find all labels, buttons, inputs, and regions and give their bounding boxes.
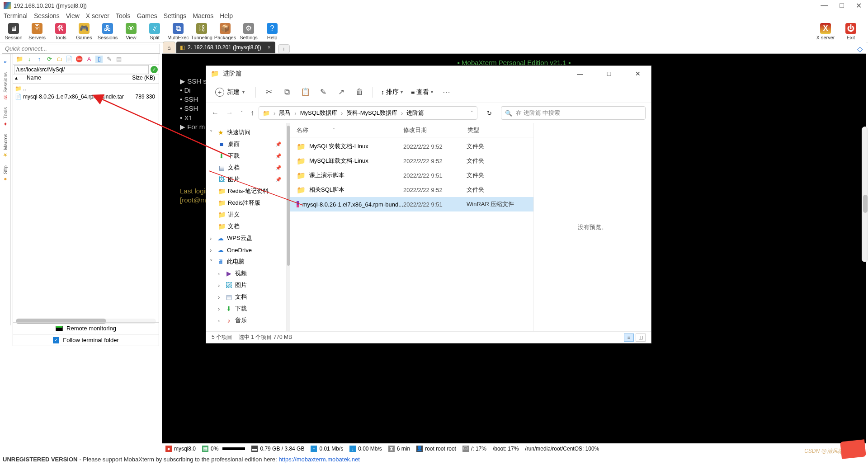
col-name-header[interactable]: 名称 — [297, 126, 308, 134]
sftp-rename-icon[interactable]: A — [85, 56, 93, 63]
nav-forward-button[interactable]: → — [226, 109, 233, 117]
sftp-row[interactable]: 📁.. — [13, 85, 159, 93]
crumb-0[interactable]: 黑马 — [279, 109, 291, 117]
sftp-home-icon[interactable]: 📁 — [16, 56, 23, 63]
toolbar-xserver-button[interactable]: XX server — [814, 22, 837, 40]
copy-icon[interactable]: ⧉ — [282, 87, 292, 97]
sort-dropdown[interactable]: ↕ 排序 ▾ — [381, 88, 403, 96]
tree-scrollbar[interactable] — [287, 123, 290, 331]
menu-view[interactable]: View — [66, 12, 80, 19]
rail-macros[interactable]: ★Macros — [2, 134, 9, 158]
unregistered-link[interactable]: https://mobaxterm.mobatek.net — [279, 456, 360, 463]
tree-quick-access[interactable]: ˅★快速访问 — [208, 127, 284, 138]
rail-sessions[interactable]: ⎘Sessions — [2, 72, 9, 100]
sftp-row[interactable]: 📄mysql-8.0.26-1.el7.x86_64.rpm-bundle.ta… — [13, 93, 159, 101]
details-view-button[interactable]: ≡ — [624, 333, 634, 342]
tree-onedrive[interactable]: ›☁OneDrive — [208, 244, 284, 256]
sftp-upload-icon[interactable]: ↑ — [36, 56, 43, 63]
crumb-1[interactable]: MySQL数据库 — [300, 109, 337, 117]
tree-item[interactable]: ›▶视频 — [208, 268, 284, 279]
sftp-path-ok-icon[interactable]: ✓ — [151, 66, 158, 73]
toolbar-split-button[interactable]: ⫽Split — [143, 22, 166, 40]
tree-item[interactable]: 📁文档 — [208, 221, 284, 232]
sftp-refresh-icon[interactable]: ⟳ — [46, 56, 53, 63]
refresh-button[interactable]: ↻ — [482, 106, 496, 120]
tree-item[interactable]: ›♪音乐 — [208, 315, 284, 326]
toolbar-view-button[interactable]: 👁View — [119, 22, 143, 40]
sftp-newfile-icon[interactable]: 📄 — [66, 56, 73, 63]
rail-tools[interactable]: ✦Tools — [2, 107, 9, 127]
paste-icon[interactable]: 📋 — [300, 87, 310, 97]
file-row[interactable]: 📁课上演示脚本2022/2/22 9:51文件夹 — [290, 168, 533, 183]
page-scrollbar[interactable] — [862, 127, 868, 262]
tree-item[interactable]: ›▤文档 — [208, 291, 284, 303]
view-dropdown[interactable]: ≡ 查看 ▾ — [411, 88, 433, 96]
explorer-minimize-button[interactable]: — — [571, 68, 589, 79]
menu-terminal[interactable]: Terminal — [4, 12, 28, 19]
toolbar-games-button[interactable]: 🎮Games — [72, 22, 96, 40]
col-date-header[interactable]: 修改日期 — [403, 126, 467, 134]
search-box[interactable]: 🔍 在 进阶篇 中搜索 — [501, 106, 646, 120]
nav-up-button[interactable]: ↑ — [250, 109, 254, 117]
tab-new-button[interactable]: + — [278, 44, 290, 53]
menu-settings[interactable]: Settings — [164, 12, 187, 19]
tree-wps[interactable]: ›☁WPS云盘 — [208, 232, 284, 244]
tree-item[interactable]: ›⬇下载 — [208, 303, 284, 315]
file-row[interactable]: 📁MySQL卸载文档-Linux2022/2/22 9:52文件夹 — [290, 154, 533, 168]
tab-active-session[interactable]: ◧ 2. 192.168.10.201 ([mysql8.0]) × — [176, 42, 275, 53]
tree-item[interactable]: 📁Redis注释版 — [208, 197, 284, 209]
tab-close-button[interactable]: × — [268, 44, 271, 51]
toolbar-servers-button[interactable]: 🗄Servers — [25, 22, 49, 40]
quick-connect-input[interactable] — [2, 44, 160, 54]
rename-icon[interactable]: ✎ — [318, 87, 328, 97]
menu-tools[interactable]: Tools — [116, 12, 131, 19]
new-button[interactable]: + 新建 ▾ — [212, 86, 247, 99]
file-row[interactable]: mysql-8.0.26-1.el7.x86_64.rpm-bund...202… — [290, 197, 533, 211]
rail-collapse-icon[interactable]: « — [4, 59, 7, 65]
menu-xserver[interactable]: X server — [86, 12, 109, 19]
tree-item[interactable]: 🖼图片📌 — [208, 174, 284, 185]
tab-home[interactable]: ⌂ — [163, 42, 175, 53]
sftp-download-icon[interactable]: ↓ — [26, 56, 33, 63]
path-dropdown-icon[interactable]: ˅ — [471, 110, 473, 116]
menu-sessions[interactable]: Sessions — [34, 12, 60, 19]
window-minimize-button[interactable]: — — [821, 1, 828, 10]
toolbar-help-button[interactable]: ?Help — [260, 22, 284, 40]
share-icon[interactable]: ↗ — [336, 87, 346, 97]
file-row[interactable]: 📁相关SQL脚本2022/2/22 9:52文件夹 — [290, 183, 533, 197]
remote-monitoring-button[interactable]: Remote monitoring — [13, 322, 159, 334]
menu-help[interactable]: Help — [220, 12, 233, 19]
icons-view-button[interactable]: ◫ — [636, 333, 646, 342]
rail-sftp[interactable]: ●Sftp — [2, 165, 9, 183]
toolbar-config-icon[interactable]: ◇ — [857, 45, 866, 53]
sftp-path-input[interactable] — [14, 65, 149, 74]
col-type-header[interactable]: 类型 — [467, 126, 533, 134]
file-row[interactable]: 📁MySQL安装文档-Linux2022/2/22 9:52文件夹 — [290, 139, 533, 154]
nav-back-button[interactable]: ← — [212, 109, 219, 117]
toolbar-multiexec-button[interactable]: ⧉MultiExec — [166, 22, 190, 40]
breadcrumb-path[interactable]: 📁 › 黑马› MySQL数据库› 资料-MySQL数据库› 进阶篇 ˅ — [259, 106, 477, 120]
sftp-edit-icon[interactable]: ▯ — [95, 56, 103, 63]
crumb-2[interactable]: 资料-MySQL数据库 — [346, 109, 397, 117]
tree-item[interactable]: ▤文档📌 — [208, 162, 284, 174]
crumb-3[interactable]: 进阶篇 — [406, 109, 424, 117]
tree-item[interactable]: ⬇下载📌 — [208, 150, 284, 162]
tree-item[interactable]: 📁Redis-笔记资料 — [208, 185, 284, 197]
toolbar-settings-button[interactable]: ⚙Settings — [237, 22, 260, 40]
more-icon[interactable]: ⋯ — [441, 87, 451, 97]
window-maximize-button[interactable]: □ — [840, 1, 844, 10]
tree-item[interactable]: ■桌面📌 — [208, 138, 284, 150]
tree-this-pc[interactable]: ˅🖥此电脑 — [208, 256, 284, 268]
cut-icon[interactable]: ✂ — [264, 87, 274, 97]
toolbar-tunneling-button[interactable]: ⛓Tunneling — [190, 22, 213, 40]
toolbar-session-button[interactable]: 🖥Session — [2, 22, 25, 40]
nav-chevron-icon[interactable]: ˅ — [241, 110, 243, 116]
sort-caret-icon[interactable]: ▴ — [13, 75, 19, 83]
delete-icon[interactable]: 🗑 — [354, 87, 364, 97]
tree-item[interactable]: ›🖼图片 — [208, 279, 284, 291]
menu-macros[interactable]: Macros — [193, 12, 213, 19]
toolbar-sessions-button[interactable]: 🖧Sessions — [96, 22, 119, 40]
explorer-close-button[interactable]: ✕ — [629, 68, 646, 79]
toolbar-tools-button[interactable]: 🛠Tools — [49, 22, 72, 40]
sftp-openterm-icon[interactable]: ✎ — [105, 56, 113, 63]
